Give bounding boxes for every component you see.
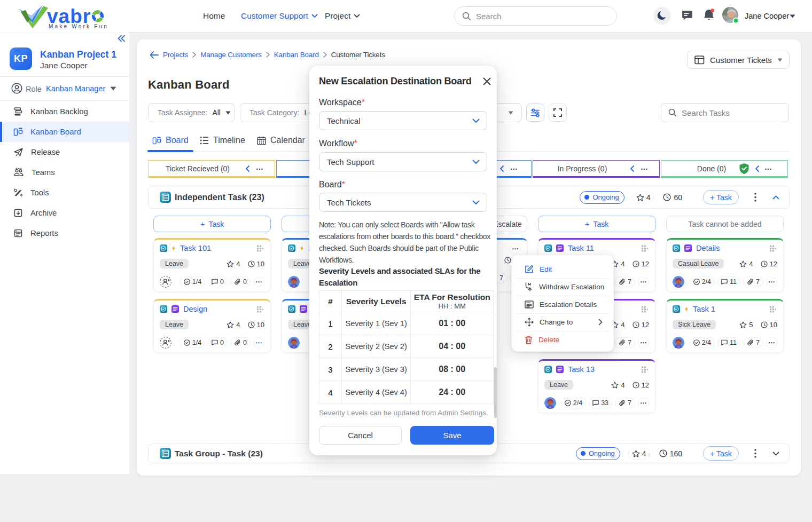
svg-text:Make Work Fun: Make Work Fun: [49, 23, 108, 29]
